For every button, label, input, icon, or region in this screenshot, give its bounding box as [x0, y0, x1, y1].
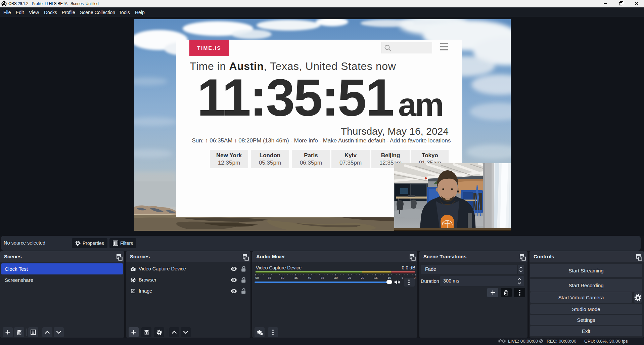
svg-text:-30: -30 [333, 276, 338, 279]
svg-text:-55: -55 [267, 276, 271, 279]
svg-text:-60: -60 [254, 276, 259, 279]
svg-text:-40: -40 [307, 276, 311, 279]
svg-text:-50: -50 [280, 276, 284, 279]
svg-text:-15: -15 [373, 276, 378, 279]
svg-text:-35: -35 [320, 276, 324, 279]
svg-text:-45: -45 [293, 276, 298, 279]
svg-text:-5: -5 [401, 276, 403, 279]
svg-text:-25: -25 [347, 276, 351, 279]
svg-text:-20: -20 [360, 276, 364, 279]
svg-text:-10: -10 [386, 276, 391, 279]
